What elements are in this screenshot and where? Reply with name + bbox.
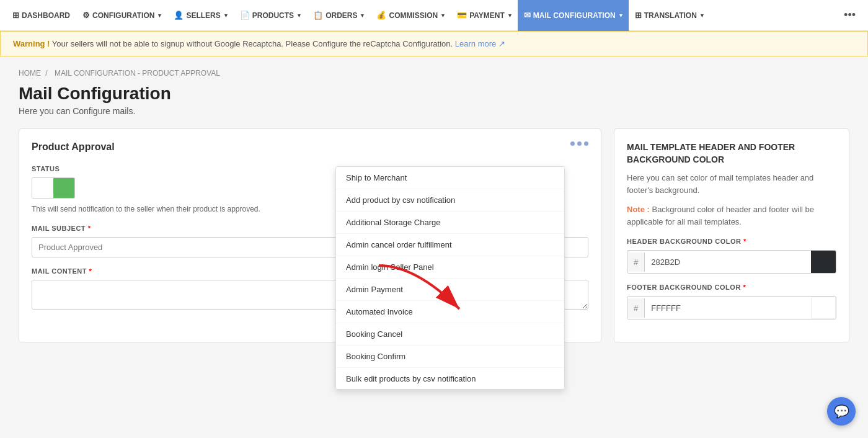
chat-icon: 💬 — [834, 404, 849, 419]
nav-orders-label: ORDERS — [326, 11, 357, 20]
dropdown-item-cancel-order[interactable]: Admin cancel order fulfillment — [336, 234, 564, 256]
dropdown-item-invoice[interactable]: Automated Invoice — [336, 301, 564, 323]
dropdown-item-add-product[interactable]: Add product by csv notification — [336, 189, 564, 212]
commission-icon: 💰 — [376, 11, 386, 20]
nav-translation[interactable]: ⊞ TRANSLATION ▾ — [629, 0, 710, 31]
warning-banner: Warning ! Your sellers will not be able … — [0, 31, 868, 56]
nav-dashboard[interactable]: ⊞ DASHBOARD — [6, 0, 76, 31]
page-title: Mail Configuration — [19, 84, 849, 104]
header-hash: # — [627, 253, 645, 272]
configuration-icon: ⚙ — [82, 11, 90, 20]
nav-dashboard-label: DASHBOARD — [22, 11, 70, 20]
color-card-desc: Here you can set color of mail templates… — [627, 172, 836, 196]
dropdown-item-booking-cancel[interactable]: Booking Cancel — [336, 323, 564, 346]
breadcrumb-separator: / — [45, 69, 47, 78]
nav-commission-label: COMMISSION — [389, 11, 438, 20]
dropdown-item-storage[interactable]: Additional Storage Charge — [336, 212, 564, 234]
dropdown-item-booking-confirm[interactable]: Booking Confirm — [336, 346, 564, 368]
header-color-label: HEADER BACKGROUND COLOR — [627, 238, 836, 245]
toggle-off — [32, 177, 53, 199]
footer-hash: # — [627, 298, 645, 318]
card-menu-button[interactable] — [570, 141, 588, 146]
dropdown-item-bulk-edit[interactable]: Bulk edit products by csv notification — [336, 368, 564, 390]
warning-prefix: Warning ! — [13, 39, 50, 48]
dropdown-item-admin-login[interactable]: Admin login Seller Panel — [336, 256, 564, 279]
nav-translation-label: TRANSLATION — [644, 11, 697, 20]
dot-2 — [577, 141, 582, 146]
dropdown-item-ship[interactable]: Ship to Merchant — [336, 167, 564, 189]
dot-1 — [570, 141, 575, 146]
page-content: HOME / MAIL CONFIGURATION - PRODUCT APPR… — [0, 56, 868, 432]
mail-icon: ✉ — [524, 11, 531, 20]
nav-orders[interactable]: 📋 ORDERS ▾ — [307, 0, 370, 31]
chevron-down-icon: ▾ — [298, 12, 301, 19]
nav-configuration[interactable]: ⚙ CONFIGURATION ▾ — [76, 0, 167, 31]
dot-3 — [584, 141, 588, 146]
nav-mail-configuration[interactable]: ✉ MAIL CONFIGURATION ▾ — [518, 0, 629, 31]
chevron-down-icon: ▾ — [619, 12, 622, 19]
main-grid: Product Approval STATUS This will send n… — [19, 128, 849, 342]
nav-sellers-label: SELLERS — [186, 11, 220, 20]
breadcrumb-home[interactable]: HOME — [19, 69, 41, 78]
product-approval-card: Product Approval STATUS This will send n… — [19, 128, 601, 342]
footer-color-input-group: # — [627, 296, 836, 320]
navbar: ⊞ DASHBOARD ⚙ CONFIGURATION ▾ 👤 SELLERS … — [0, 0, 868, 31]
footer-color-label: FOOTER BACKGROUND COLOR — [627, 284, 836, 291]
toggle-on — [53, 177, 74, 199]
nav-payment-label: PAYMENT — [469, 11, 505, 20]
translation-icon: ⊞ — [635, 11, 642, 20]
note-body: Background color of header and footer wi… — [627, 205, 814, 226]
chevron-down-icon: ▾ — [441, 12, 445, 19]
chevron-down-icon: ▾ — [701, 12, 704, 19]
sellers-icon: 👤 — [174, 11, 184, 20]
header-color-input[interactable] — [645, 253, 811, 272]
chevron-down-icon: ▾ — [158, 12, 161, 19]
color-card-title: MAIL TEMPLATE HEADER AND FOOTER BACKGROU… — [627, 141, 836, 166]
nav-payment[interactable]: 💳 PAYMENT ▾ — [451, 0, 518, 31]
orders-icon: 📋 — [313, 11, 323, 20]
color-settings-card: MAIL TEMPLATE HEADER AND FOOTER BACKGROU… — [614, 128, 849, 342]
note-prefix: Note : — [627, 205, 650, 214]
nav-products[interactable]: 📄 PRODUCTS ▾ — [234, 0, 307, 31]
page-subtitle: Here you can Configure mails. — [19, 106, 849, 116]
nav-configuration-label: CONFIGURATION — [92, 11, 154, 20]
nav-commission[interactable]: 💰 COMMISSION ▾ — [370, 0, 451, 31]
payment-icon: 💳 — [457, 11, 467, 20]
nav-mail-label: MAIL CONFIGURATION — [533, 11, 616, 20]
breadcrumb: HOME / MAIL CONFIGURATION - PRODUCT APPR… — [19, 69, 849, 78]
more-options-button[interactable]: ••• — [838, 9, 862, 22]
footer-color-swatch[interactable] — [811, 297, 836, 319]
learn-more-link[interactable]: Learn more ↗ — [455, 39, 505, 48]
warning-message: Your sellers will not be able to signup … — [52, 39, 453, 48]
external-link-icon: ↗ — [498, 39, 505, 48]
mail-type-dropdown[interactable]: Ship to Merchant Add product by csv noti… — [335, 166, 565, 390]
note-text: Note : Background color of header and fo… — [627, 203, 836, 228]
footer-color-input[interactable] — [645, 298, 811, 318]
header-color-swatch[interactable] — [811, 251, 836, 273]
chevron-down-icon: ▾ — [224, 12, 228, 19]
nav-sellers[interactable]: 👤 SELLERS ▾ — [167, 0, 233, 31]
products-icon: 📄 — [240, 11, 250, 20]
chevron-down-icon: ▾ — [361, 12, 364, 19]
nav-products-label: PRODUCTS — [252, 11, 294, 20]
chat-button[interactable]: 💬 — [827, 397, 856, 426]
chevron-down-icon: ▾ — [508, 12, 512, 19]
status-toggle[interactable] — [32, 177, 75, 199]
dashboard-icon: ⊞ — [12, 11, 19, 20]
dropdown-item-admin-payment[interactable]: Admin Payment — [336, 279, 564, 301]
header-color-input-group: # — [627, 250, 836, 274]
card-title: Product Approval — [32, 141, 588, 153]
breadcrumb-current: MAIL CONFIGURATION - PRODUCT APPROVAL — [55, 69, 220, 78]
